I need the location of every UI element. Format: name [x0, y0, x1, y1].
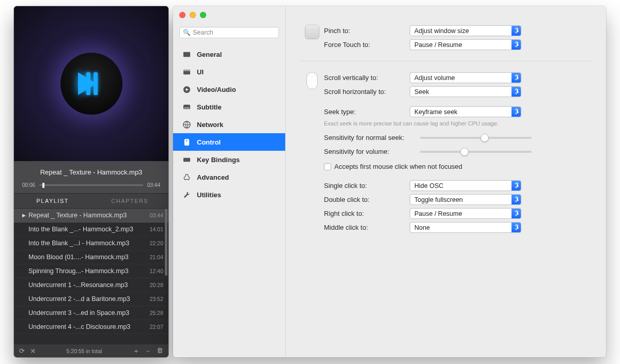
sidebar-item-control[interactable]: Control	[173, 133, 285, 151]
scroll-v-label: Scroll vertically to:	[324, 74, 410, 82]
now-playing-bar: Repeat _ Texture - Hammock.mp3 00:06 03:…	[14, 161, 168, 193]
svg-rect-7	[187, 107, 189, 108]
scroll-h-select[interactable]: Seek	[410, 86, 521, 97]
svg-rect-5	[183, 104, 190, 108]
sens-vol-slider[interactable]	[420, 151, 532, 153]
tab-playlist[interactable]: PLAYLIST	[14, 194, 91, 208]
general-icon	[182, 50, 191, 58]
sidebar-item-label: UI	[197, 68, 204, 76]
sens-seek-slider[interactable]	[420, 137, 532, 139]
seek-type-select[interactable]: Keyframe seek	[410, 106, 521, 117]
seek-type-label: Seek type:	[324, 108, 410, 116]
playlist-item[interactable]: Undercurrent 3 -...ed in Space.mp325:28	[14, 306, 168, 320]
preferences-content: Pinch to: Adjust window size Force Touch…	[286, 6, 606, 357]
scroll-v-select[interactable]: Adjust volume	[410, 72, 521, 83]
play-indicator-icon: ▶	[22, 213, 28, 218]
middle-click-select[interactable]: None	[410, 222, 521, 233]
minimize-button[interactable]	[190, 12, 196, 18]
svg-rect-2	[183, 69, 190, 71]
sens-vol-label: Sensitivity for volume:	[324, 148, 420, 155]
double-click-label: Double click to:	[324, 196, 410, 203]
middle-click-label: Middle click to:	[324, 224, 410, 231]
remove-icon[interactable]: －	[145, 346, 151, 356]
trash-icon[interactable]: 🗑	[157, 346, 163, 356]
control-icon	[182, 138, 191, 146]
playlist-item-duration: 14:01	[150, 226, 163, 232]
network-icon	[182, 120, 191, 129]
svg-rect-10	[183, 157, 190, 162]
playlist-item[interactable]: Into the Blank _...- Hammock_2.mp314:01	[14, 223, 168, 236]
playlist-item[interactable]: Undercurrent 4 -...c Disclosure.mp322:07	[14, 320, 168, 334]
playlist-item[interactable]: Undercurrent 2 -...d a Baritone.mp323:52	[14, 292, 168, 306]
playlist-item[interactable]: ▶Repeat _ Texture - Hammock.mp303:44	[14, 209, 168, 223]
playlist[interactable]: ▶Repeat _ Texture - Hammock.mp303:44Into…	[14, 209, 168, 344]
repeat-icon[interactable]: ⟳	[19, 347, 25, 355]
playlist-item-title: Into the Blank _...- Hammock_2.mp3	[28, 226, 150, 233]
force-touch-select[interactable]: Pause / Resume	[410, 39, 521, 50]
playlist-total-duration: 5:20:55 in total	[36, 348, 133, 354]
preferences-window: 🔍 Search GeneralUIVideo/AudioSubtitleNet…	[173, 6, 606, 357]
sens-seek-label: Sensitivity for normal seek:	[324, 134, 420, 141]
playlist-item-duration: 03:44	[150, 212, 163, 218]
sidebar-item-label: Key Bindings	[197, 156, 240, 164]
sidebar-item-general[interactable]: General	[173, 45, 285, 63]
sidebar-item-label: Video/Audio	[197, 86, 236, 93]
scrollbar[interactable]	[165, 209, 167, 276]
sidebar-item-network[interactable]: Network	[173, 116, 285, 133]
mouse-icon	[306, 72, 318, 89]
svg-rect-9	[186, 139, 187, 141]
right-click-select[interactable]: Pause / Resume	[410, 208, 521, 219]
single-click-label: Single click to:	[324, 182, 410, 189]
playlist-tabs: PLAYLIST CHAPTERS	[14, 193, 168, 209]
search-input[interactable]: 🔍 Search	[179, 27, 279, 38]
now-playing-title: Repeat _ Texture - Hammock.mp3	[22, 168, 160, 176]
playlist-item-duration: 25:28	[150, 310, 163, 316]
trackpad-icon	[305, 25, 319, 39]
playlist-item[interactable]: Moon Blood (01....- Hammock.mp321:04	[14, 250, 168, 264]
playlist-item-duration: 12:40	[150, 268, 163, 274]
sidebar-item-ui[interactable]: UI	[173, 63, 285, 81]
add-icon[interactable]: ＋	[133, 346, 140, 356]
right-click-label: Right click to:	[324, 210, 410, 217]
seek-type-hint: Exact seek is more precise but can cause…	[324, 119, 592, 131]
double-click-select[interactable]: Toggle fullscreen	[410, 194, 521, 205]
single-click-select[interactable]: Hide OSC	[410, 180, 521, 191]
tab-chapters[interactable]: CHAPTERS	[91, 194, 169, 208]
pinch-select[interactable]: Adjust window size	[410, 25, 521, 36]
app-logo-icon	[60, 53, 122, 115]
sidebar-item-label: Subtitle	[197, 103, 222, 111]
sidebar-item-label: Utilities	[197, 191, 221, 199]
sidebar-item-subtitle[interactable]: Subtitle	[173, 98, 285, 116]
shuffle-icon[interactable]: ⤨	[30, 347, 36, 355]
trackpad-section: Pinch to: Adjust window size Force Touch…	[300, 14, 592, 61]
sidebar-item-advanced[interactable]: Advanced	[173, 168, 285, 186]
playlist-item-title: Undercurrent 1 -...Resonance.mp3	[28, 281, 150, 289]
sidebar-item-utilities[interactable]: Utilities	[173, 186, 285, 203]
playlist-item[interactable]: Spinning Throug...- Hammock.mp312:40	[14, 264, 168, 278]
player-footer: ⟳ ⤨ 5:20:55 in total ＋ － 🗑	[14, 344, 168, 357]
time-duration: 03:44	[147, 182, 160, 188]
sidebar-item-label: General	[197, 51, 222, 58]
sidebar-item-label: Advanced	[197, 173, 229, 181]
seek-slider[interactable]	[39, 184, 143, 186]
window-controls	[179, 12, 206, 18]
preferences-sidebar: 🔍 Search GeneralUIVideo/AudioSubtitleNet…	[173, 6, 286, 357]
playlist-item-duration: 23:52	[150, 296, 163, 302]
mouse-section: Scroll vertically to: Adjust volume Scro…	[300, 61, 592, 244]
zoom-button[interactable]	[200, 12, 206, 18]
playlist-item[interactable]: Undercurrent 1 -...Resonance.mp320:28	[14, 278, 168, 292]
player-window: Repeat _ Texture - Hammock.mp3 00:06 03:…	[14, 6, 168, 357]
playlist-item[interactable]: Into the Blank _...i - Hammock.mp322:20	[14, 236, 168, 250]
sidebar-item-video[interactable]: Video/Audio	[173, 81, 285, 98]
advanced-icon	[182, 173, 191, 181]
playlist-item-title: Undercurrent 2 -...d a Baritone.mp3	[28, 295, 150, 303]
playlist-item-duration: 22:07	[150, 324, 163, 330]
playlist-item-title: Undercurrent 3 -...ed in Space.mp3	[28, 309, 150, 316]
scroll-h-label: Scroll horizontally to:	[324, 88, 410, 96]
close-button[interactable]	[179, 12, 185, 18]
playlist-item-title: Undercurrent 4 -...c Disclosure.mp3	[28, 323, 150, 330]
accept-first-click-checkbox[interactable]	[324, 163, 331, 170]
accept-first-click-row[interactable]: Accepts first mouse click when not focus…	[324, 159, 592, 172]
sidebar-item-keys[interactable]: Key Bindings	[173, 151, 285, 168]
search-icon: 🔍	[183, 29, 191, 36]
